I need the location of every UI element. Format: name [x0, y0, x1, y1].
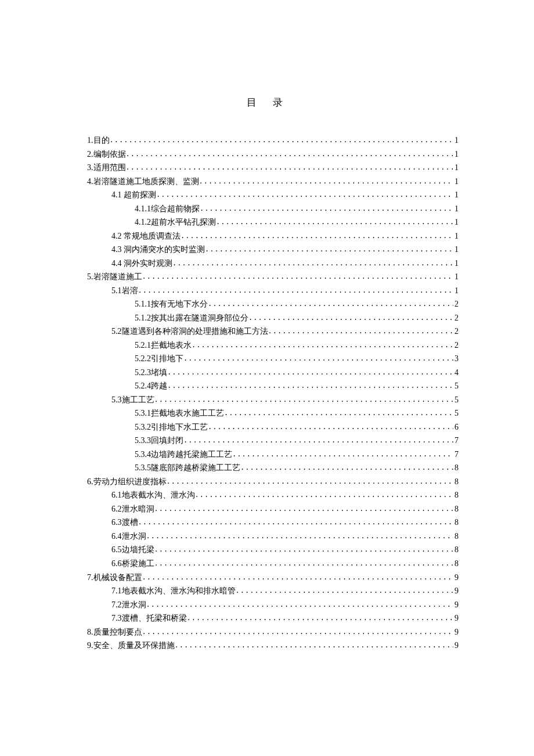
toc-row: 5.岩溶隧道施工................................… — [87, 270, 459, 284]
toc-label: 4.4 洞外实时观测 — [111, 257, 172, 271]
toc-page-number: 2 — [453, 325, 459, 339]
toc-leader-dots: ........................................… — [146, 530, 454, 542]
toc-label: 2.编制依据 — [87, 147, 126, 161]
toc-row: 5.2.2引排地下...............................… — [87, 352, 459, 366]
toc-label: 5.2.4跨越 — [135, 379, 167, 393]
toc-row: 6.3渡槽...................................… — [87, 516, 459, 530]
toc-row: 4.1 超前探测................................… — [87, 188, 459, 202]
toc-leader-dots: ........................................… — [167, 380, 453, 391]
toc-row: 6.2泄水暗洞.................................… — [87, 502, 459, 516]
toc-label: 7.1地表截水沟、泄水沟和排水暗管 — [111, 584, 236, 598]
toc-row: 5.3.5隧底部跨越桥梁施工工艺........................… — [87, 461, 459, 475]
table-of-contents: 1.目的....................................… — [87, 134, 459, 653]
toc-row: 7.1地表截水沟、泄水沟和排水暗管.......................… — [87, 584, 459, 598]
toc-label: 4.岩溶隧道施工地质探测、监测 — [87, 175, 199, 189]
toc-page-number: 9 — [453, 611, 459, 625]
toc-leader-dots: ........................................… — [142, 626, 454, 638]
toc-row: 5.3.3回填封闭...............................… — [87, 434, 459, 448]
toc-page-number: 2 — [453, 339, 459, 352]
toc-leader-dots: ........................................… — [175, 639, 454, 651]
toc-page-number: 5 — [453, 393, 459, 407]
toc-leader-dots: ........................................… — [183, 434, 453, 446]
toc-page-number: 1 — [453, 215, 459, 229]
toc-leader-dots: ........................................… — [154, 543, 454, 555]
toc-leader-dots: ........................................… — [187, 612, 454, 624]
toc-page-number: 1 — [453, 175, 459, 189]
toc-label: 4.1.1综合超前物探 — [135, 202, 200, 216]
toc-row: 4.2 常规地质调查法.............................… — [87, 229, 459, 243]
toc-row: 3.适用范围..................................… — [87, 161, 459, 175]
toc-label: 5.3.2引排地下水工艺 — [135, 420, 208, 434]
toc-page-number: 2 — [453, 297, 459, 311]
toc-leader-dots: ........................................… — [138, 285, 454, 296]
toc-row: 8.质量控制要点................................… — [87, 625, 459, 639]
toc-leader-dots: ........................................… — [154, 557, 454, 569]
toc-leader-dots: ........................................… — [224, 407, 453, 419]
toc-page-number: 8 — [453, 502, 459, 516]
toc-label: 6.6桥梁施工 — [111, 557, 154, 571]
toc-page-number: 9 — [453, 625, 459, 639]
toc-row: 5.2.1拦截地表水..............................… — [87, 339, 459, 352]
toc-row: 7.2泄水洞..................................… — [87, 598, 459, 612]
toc-label: 6.劳动力组织进度指标 — [87, 475, 167, 489]
toc-label: 7.2泄水洞 — [111, 598, 146, 612]
toc-row: 4.3 洞内涌突水的实时监测..........................… — [87, 243, 459, 257]
toc-leader-dots: ........................................… — [142, 271, 454, 282]
toc-leader-dots: ........................................… — [268, 325, 454, 337]
toc-page-number: 1 — [453, 243, 459, 257]
toc-label: 5.3.1拦截地表水施工工艺 — [135, 406, 224, 420]
toc-page-number: 2 — [453, 311, 459, 325]
toc-label: 1.目的 — [87, 134, 110, 147]
toc-page-number: 1 — [453, 229, 459, 243]
toc-page-number: 9 — [453, 584, 459, 598]
toc-leader-dots: ........................................… — [195, 489, 454, 501]
toc-label: 3.适用范围 — [87, 161, 126, 175]
toc-page-number: 8 — [453, 516, 459, 530]
toc-leader-dots: ........................................… — [208, 421, 453, 433]
toc-label: 5.3.5隧底部跨越桥梁施工工艺 — [135, 461, 240, 475]
toc-row: 4.4 洞外实时观测..............................… — [87, 257, 459, 271]
toc-page-number: 8 — [453, 557, 459, 571]
toc-label: 4.1.2超前水平钻孔探测 — [135, 215, 216, 229]
toc-label: 5.2隧道遇到各种溶洞的处理措施和施工方法 — [111, 325, 268, 339]
toc-leader-dots: ........................................… — [248, 312, 453, 323]
toc-leader-dots: ........................................… — [199, 175, 454, 187]
toc-row: 5.1.2按其出露在隧道洞身部位分.......................… — [87, 311, 459, 325]
toc-row: 7.3渡槽、托梁和桥梁.............................… — [87, 611, 459, 625]
toc-page-number: 1 — [453, 134, 459, 147]
toc-label: 5.1.1按有无地下水分 — [135, 297, 208, 311]
toc-row: 5.1.1按有无地下水分............................… — [87, 297, 459, 311]
toc-row: 7.机械设备配置................................… — [87, 571, 459, 585]
toc-row: 4.1.2超前水平钻孔探测...........................… — [87, 215, 459, 229]
toc-page-number: 5 — [453, 379, 459, 393]
toc-label: 5.2.2引排地下 — [135, 352, 183, 366]
toc-title: 目录 — [87, 96, 459, 109]
toc-label: 5.岩溶隧道施工 — [87, 270, 142, 284]
toc-leader-dots: ........................................… — [200, 203, 453, 214]
toc-page-number: 1 — [453, 270, 459, 284]
toc-row: 5.2隧道遇到各种溶洞的处理措施和施工方法...................… — [87, 325, 459, 339]
toc-row: 4.1.1综合超前物探.............................… — [87, 202, 459, 216]
toc-row: 9.安全、质量及环保措施............................… — [87, 639, 459, 653]
toc-label: 5.2.3堵填 — [135, 366, 167, 380]
toc-page-number: 5 — [453, 406, 459, 420]
toc-page-number: 9 — [453, 571, 459, 585]
toc-label: 6.3渡槽 — [111, 516, 138, 530]
toc-leader-dots: ........................................… — [236, 585, 454, 596]
toc-label: 8.质量控制要点 — [87, 625, 142, 639]
toc-label: 9.安全、质量及环保措施 — [87, 639, 175, 653]
toc-label: 7.3渡槽、托梁和桥梁 — [111, 611, 187, 625]
toc-row: 6.5边墙托梁.................................… — [87, 543, 459, 557]
toc-label: 4.3 洞内涌突水的实时监测 — [111, 243, 205, 257]
toc-row: 6.6桥梁施工.................................… — [87, 557, 459, 571]
toc-leader-dots: ........................................… — [172, 257, 453, 269]
toc-leader-dots: ........................................… — [154, 394, 454, 405]
toc-row: 1.目的....................................… — [87, 134, 459, 147]
toc-row: 4.岩溶隧道施工地质探测、监测.........................… — [87, 175, 459, 189]
toc-leader-dots: ........................................… — [181, 230, 453, 242]
toc-page-number: 8 — [453, 488, 459, 502]
toc-page-number: 7 — [453, 448, 459, 462]
toc-row: 6.劳动力组织进度指标.............................… — [87, 475, 459, 489]
toc-label: 4.2 常规地质调查法 — [111, 229, 181, 243]
toc-label: 5.3.3回填封闭 — [135, 434, 183, 448]
